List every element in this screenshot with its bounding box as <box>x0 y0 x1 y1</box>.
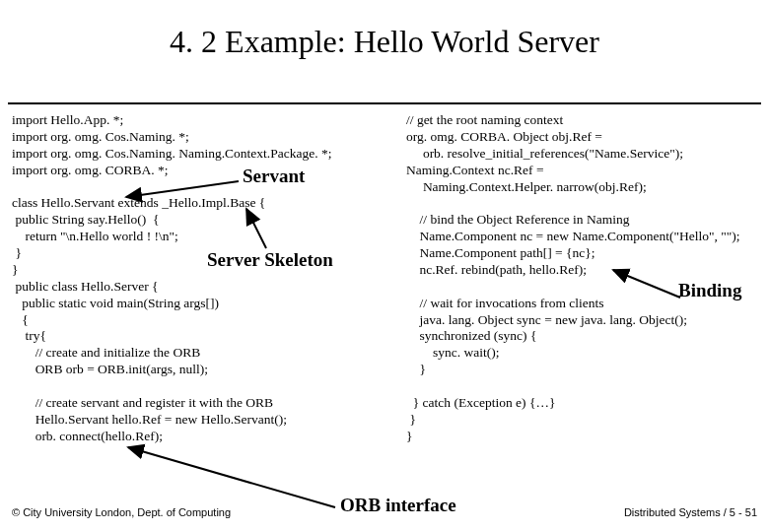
slide-title: 4. 2 Example: Hello World Server <box>0 24 769 60</box>
label-binding: Binding <box>678 280 741 301</box>
title-underline <box>8 102 761 104</box>
code-area: import Hello.App. *; import org. omg. Co… <box>12 112 757 179</box>
label-servant: Servant <box>243 166 305 187</box>
label-server-skeleton: Server Skeleton <box>207 249 333 271</box>
code-right-column: // get the root naming context org. omg.… <box>406 112 740 445</box>
code-left-column: import Hello.App. *; import org. omg. Co… <box>12 112 331 445</box>
footer-left: © City University London, Dept. of Compu… <box>12 506 231 518</box>
slide: 4. 2 Example: Hello World Server import … <box>0 0 769 532</box>
svg-line-3 <box>128 447 335 507</box>
footer-right: Distributed Systems / 5 - 51 <box>624 506 757 518</box>
label-orb-interface: ORB interface <box>340 495 456 516</box>
